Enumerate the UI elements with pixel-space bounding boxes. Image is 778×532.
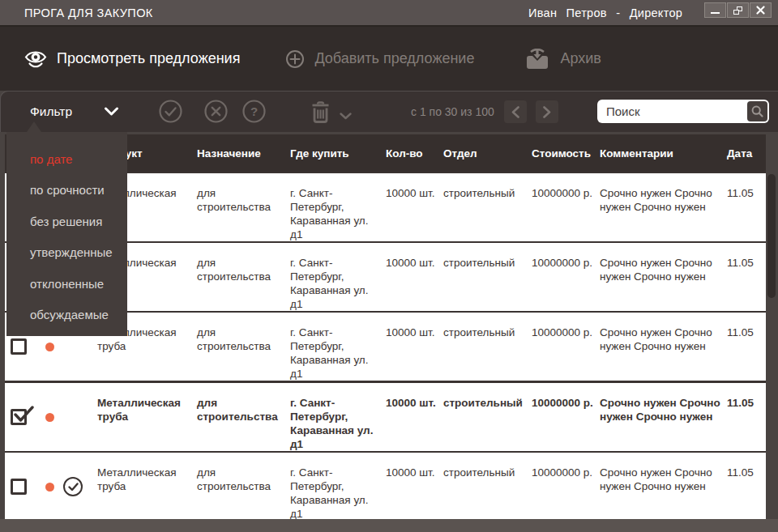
filter-option-4[interactable]: утвержденные <box>6 237 127 269</box>
tab-label: Добавить предложение <box>314 50 474 67</box>
help-button[interactable]: ? <box>242 100 266 126</box>
urgency-dot-icon <box>45 343 54 351</box>
column-header: Стоимость <box>532 147 600 160</box>
reject-button[interactable] <box>204 100 228 126</box>
cell-qty: 10000 шт. <box>386 243 443 311</box>
table-row: Металлическая труба для строительства г.… <box>5 381 766 451</box>
filter-option-6[interactable]: обсуждаемые <box>6 300 127 331</box>
trash-icon <box>311 101 330 123</box>
column-header: Где купить <box>290 147 386 160</box>
cell-qty: 10000 шт. <box>386 173 443 241</box>
close-icon <box>756 6 765 15</box>
cell-dept: строительный <box>443 173 532 241</box>
footer-bar <box>0 519 778 532</box>
approve-button[interactable] <box>159 100 182 126</box>
filter-option-5[interactable]: отклоненные <box>6 268 127 300</box>
row-checkbox[interactable] <box>11 409 27 425</box>
next-page-button[interactable] <box>536 100 558 123</box>
next-icon <box>543 106 551 118</box>
cell-dept: строительный <box>443 243 532 311</box>
table-row: Металлическая труба для строительства г.… <box>5 451 766 521</box>
cell-where: г. Санкт-Петербург, Караванная ул. д1 <box>290 243 386 311</box>
cell-where: г. Санкт-Петербург, Караванная ул. д1 <box>290 453 386 521</box>
tab-label: Просмотреть предложения <box>57 50 240 67</box>
scrollbar-thumb[interactable] <box>767 174 776 298</box>
cell-dept: строительный <box>443 383 532 451</box>
row-checkbox[interactable] <box>11 338 27 355</box>
row-controls <box>5 383 97 451</box>
delete-button[interactable] <box>311 101 330 126</box>
cell-date: 11.05 <box>727 313 766 381</box>
cell-purpose: для строительства <box>197 173 290 241</box>
cell-product: Металлическая труба <box>97 383 197 451</box>
cell-comments: Срочно нужен Срочно нужен Срочно нужен <box>600 313 727 381</box>
user-name: Иван Петров - Директор <box>528 6 682 19</box>
cell-cost: 10000000 р. <box>532 173 600 241</box>
cell-qty: 10000 шт. <box>386 313 443 381</box>
cell-dept: строительный <box>443 313 532 381</box>
urgency-dot-icon <box>45 483 54 492</box>
eye-icon <box>24 49 47 70</box>
window-controls <box>703 2 772 18</box>
restore-icon <box>733 6 742 15</box>
cell-comments: Срочно нужен Срочно нужен Срочно нужен <box>600 383 727 451</box>
plus-circle-icon <box>285 49 305 69</box>
filter-dropdown-button[interactable]: Фильтр <box>30 91 118 132</box>
tab-label: Архив <box>560 50 601 67</box>
search-input[interactable] <box>597 104 747 118</box>
archive-icon <box>524 49 550 70</box>
restore-button[interactable] <box>727 2 749 18</box>
cell-purpose: для строительства <box>197 383 290 451</box>
row-checkbox[interactable] <box>11 479 27 495</box>
cell-purpose: для строительства <box>197 243 290 311</box>
question-circle-icon: ? <box>242 100 266 123</box>
cell-qty: 10000 шт. <box>386 383 443 451</box>
toolbar: Фильтр ? <box>0 91 778 132</box>
minimize-icon <box>711 12 720 14</box>
cell-dept: строительный <box>443 453 532 521</box>
cell-product: Металлическая труба <box>97 453 197 521</box>
chevron-down-icon <box>105 107 118 116</box>
cell-purpose: для строительства <box>197 313 290 381</box>
pagination-status: с 1 по 30 из 100 <box>411 105 494 118</box>
filter-option-1[interactable]: по дате <box>6 143 127 175</box>
search-box <box>597 100 769 123</box>
cell-comments: Срочно нужен Срочно нужен Срочно нужен <box>600 173 727 241</box>
cell-qty: 10000 шт. <box>386 453 443 521</box>
app-title: ПРОГА ДЛЯ ЗАКУПОК <box>24 6 153 19</box>
delete-options-button[interactable] <box>340 109 352 123</box>
cell-date: 11.05 <box>727 243 766 311</box>
chevron-down-icon <box>340 113 352 120</box>
prev-icon <box>511 106 519 118</box>
filter-option-2[interactable]: по срочности <box>6 175 127 206</box>
titlebar: ПРОГА ДЛЯ ЗАКУПОК Иван Петров - Директор <box>0 0 778 27</box>
svg-text:?: ? <box>250 104 258 118</box>
tab-view-offers[interactable]: Просмотреть предложения <box>24 49 240 70</box>
nav-bar: Просмотреть предложения Добавить предлож… <box>0 27 778 91</box>
cell-cost: 10000000 р. <box>532 243 600 311</box>
search-icon <box>751 105 763 117</box>
row-controls <box>5 453 97 521</box>
filter-dropdown-panel: по датепо срочностибез решенияутвержденн… <box>6 132 127 336</box>
cell-date: 11.05 <box>727 453 766 521</box>
urgency-dot-icon <box>45 413 54 422</box>
column-header: Кол-во <box>386 147 443 160</box>
cell-where: г. Санкт-Петербург, Караванная ул. д1 <box>290 313 386 381</box>
filter-label: Фильтр <box>30 104 72 119</box>
column-header: Дата <box>727 147 766 160</box>
cell-comments: Срочно нужен Срочно нужен Срочно нужен <box>600 243 727 311</box>
prev-page-button[interactable] <box>504 100 527 123</box>
cell-cost: 10000000 р. <box>532 383 600 451</box>
column-header: Отдел <box>443 147 532 160</box>
x-circle-icon <box>204 100 228 123</box>
tab-add-offer[interactable]: Добавить предложение <box>285 49 474 69</box>
cell-purpose: для строительства <box>197 453 290 521</box>
column-header: Комментарии <box>600 147 727 160</box>
cell-date: 11.05 <box>727 383 766 451</box>
tab-archive[interactable]: Архив <box>524 49 601 70</box>
search-button[interactable] <box>747 101 767 121</box>
filter-option-3[interactable]: без решения <box>6 206 127 237</box>
close-button[interactable] <box>750 2 772 18</box>
minimize-button[interactable] <box>704 2 726 18</box>
column-header: Назначение <box>197 147 290 160</box>
